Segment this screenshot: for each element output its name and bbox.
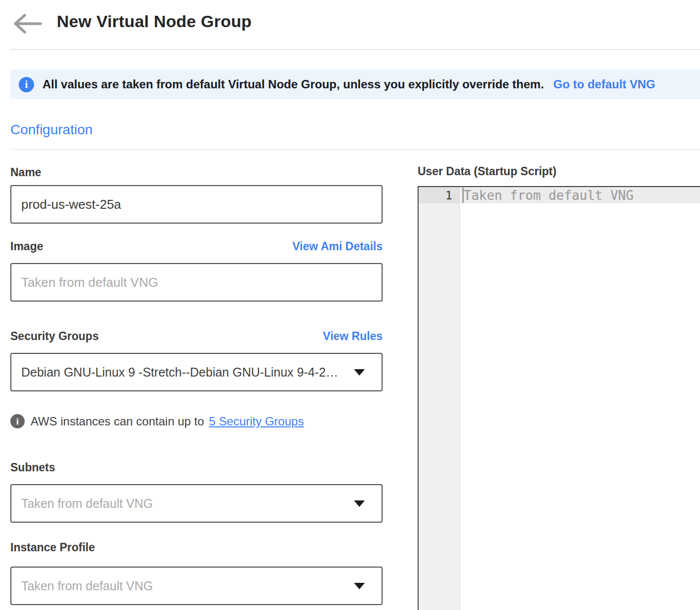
subnets-label: Subnets	[10, 461, 55, 474]
subnets-placeholder: Taken from default VNG	[21, 496, 153, 511]
security-groups-select[interactable]: Debian GNU-Linux 9 -Stretch--Debian GNU-…	[10, 353, 383, 391]
view-ami-details-link[interactable]: View Ami Details	[292, 240, 383, 253]
editor-line-number: 1	[419, 187, 460, 203]
instance-profile-label-row: Instance Profile	[10, 541, 383, 554]
info-icon: i	[19, 77, 34, 92]
image-label-row: Image View Ami Details	[10, 240, 383, 253]
security-groups-note: i AWS instances can contain up to 5 Secu…	[10, 414, 304, 428]
banner-message: All values are taken from default Virtua…	[42, 77, 544, 91]
editor-active-line: Taken from default VNG	[461, 187, 700, 203]
configuration-section-title: Configuration	[10, 122, 93, 138]
go-to-default-vng-link[interactable]: Go to default VNG	[553, 77, 656, 91]
name-input[interactable]	[10, 185, 383, 224]
security-groups-label-row: Security Groups View Rules	[10, 330, 383, 343]
instance-profile-placeholder: Taken from default VNG	[21, 579, 153, 593]
header-divider	[10, 49, 700, 50]
back-arrow-icon[interactable]	[12, 13, 42, 35]
info-icon: i	[10, 414, 25, 428]
page-title: New Virtual Node Group	[57, 12, 252, 31]
instance-profile-label: Instance Profile	[10, 541, 95, 554]
image-input[interactable]	[10, 263, 383, 302]
view-rules-link[interactable]: View Rules	[323, 330, 383, 343]
name-label-row: Name	[10, 166, 383, 179]
security-groups-selected-value: Debian GNU-Linux 9 -Stretch--Debian GNU-…	[21, 365, 338, 380]
new-virtual-node-group-page: New Virtual Node Group i All values are …	[0, 0, 700, 610]
subnets-select[interactable]: Taken from default VNG	[10, 484, 383, 523]
security-groups-label: Security Groups	[10, 330, 99, 343]
subnets-label-row: Subnets	[10, 461, 383, 474]
five-security-groups-link[interactable]: 5 Security Groups	[209, 415, 304, 428]
chevron-down-icon	[354, 500, 365, 507]
name-label: Name	[10, 166, 41, 179]
user-data-editor[interactable]: 1 Taken from default VNG	[418, 186, 700, 610]
chevron-down-icon	[354, 369, 365, 376]
image-label: Image	[10, 240, 43, 253]
info-banner: i All values are taken from default Virt…	[10, 70, 700, 99]
editor-gutter: 1	[419, 187, 460, 610]
editor-placeholder-text: Taken from default VNG	[464, 188, 633, 203]
note-text: AWS instances can contain up to	[31, 415, 204, 428]
instance-profile-select[interactable]: Taken from default VNG	[10, 567, 383, 605]
chevron-down-icon	[354, 583, 365, 589]
section-divider	[10, 149, 700, 150]
user-data-label: User Data (Startup Script)	[418, 165, 556, 178]
